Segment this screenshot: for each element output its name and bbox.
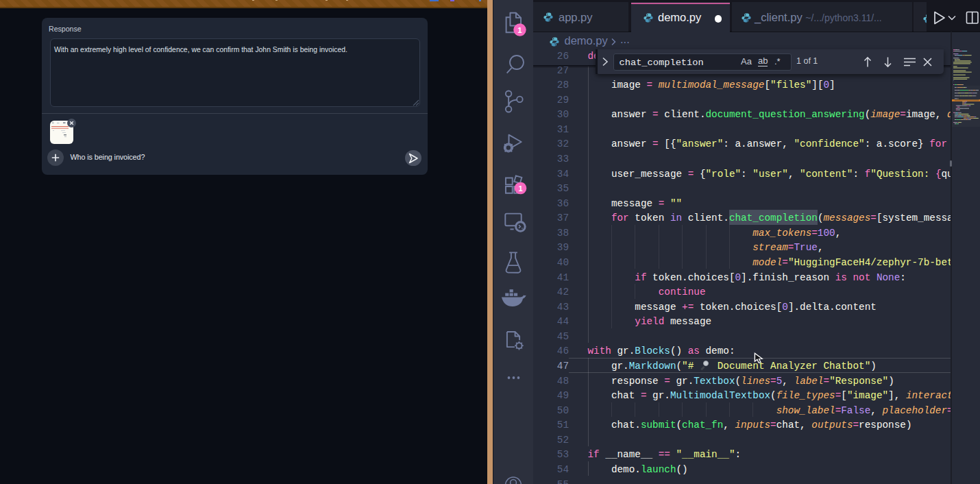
svg-text:1: 1 (517, 26, 522, 34)
svg-text:1: 1 (518, 184, 522, 193)
